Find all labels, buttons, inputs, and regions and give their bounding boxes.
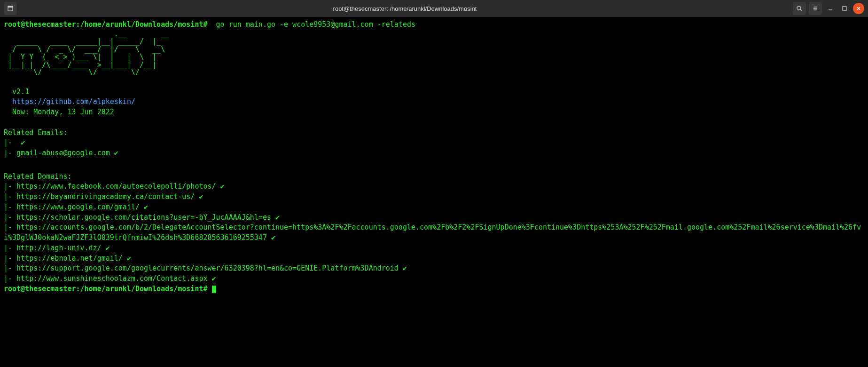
close-button[interactable] [853, 3, 864, 14]
related-email-item: |- ✔ [4, 138, 864, 148]
terminal-output[interactable]: root@thesecmaster:/home/arunkl/Downloads… [0, 17, 868, 297]
related-domains-header: Related Domains: [4, 172, 72, 181]
command-text: go run main.go -e wcole9953@gmail.com -r… [207, 20, 415, 29]
related-domain-item: |- http://lagh-univ.dz/ ✔ [4, 243, 864, 254]
window-titlebar: root@thesecmaster: /home/arunkl/Download… [0, 0, 868, 17]
svg-rect-1 [8, 6, 13, 8]
search-button[interactable] [793, 2, 806, 15]
cursor [212, 286, 216, 293]
related-domain-item: |- https://ebnola.net/gmail/ ✔ [4, 254, 864, 264]
related-domain-item: |- https://scholar.google.com/citations?… [4, 213, 864, 223]
shell-prompt-2: root@thesecmaster:/home/arunkl/Downloads… [4, 285, 207, 293]
version-text: v2.1 [4, 88, 29, 96]
shell-prompt: root@thesecmaster:/home/arunkl/Downloads… [4, 20, 207, 29]
related-domain-item: |- http://www.sunshineschoolazm.com/Cont… [4, 274, 864, 284]
svg-line-3 [800, 9, 802, 11]
related-domain-item: |- https://bayandrivingacademy.ca/contac… [4, 192, 864, 202]
maximize-button[interactable] [839, 3, 850, 14]
new-tab-button[interactable] [4, 2, 17, 15]
related-domain-item: |- https://support.google.com/googlecurr… [4, 263, 864, 274]
menu-button[interactable] [809, 2, 822, 15]
svg-point-2 [797, 6, 801, 10]
ascii-art-logo: .__ __ _____ ____ _____|__| _____/ |_ / … [4, 30, 864, 77]
related-domain-item: |- https://www.google.com/gmail/ ✔ [4, 202, 864, 213]
svg-rect-8 [843, 7, 846, 10]
github-link: https://github.com/alpkeskin/ [4, 97, 135, 106]
related-emails-header: Related Emails: [4, 128, 67, 137]
related-domain-item: |- https://accounts.google.com/b/2/Deleg… [4, 223, 864, 243]
related-email-item: |- gmail-abuse@google.com ✔ [4, 148, 864, 159]
minimize-button[interactable] [825, 3, 836, 14]
date-text: Now: Monday, 13 Jun 2022 [4, 108, 114, 116]
related-domain-item: |- https://www.facebook.com/autoecolepol… [4, 182, 864, 192]
window-title: root@thesecmaster: /home/arunkl/Download… [20, 5, 790, 12]
